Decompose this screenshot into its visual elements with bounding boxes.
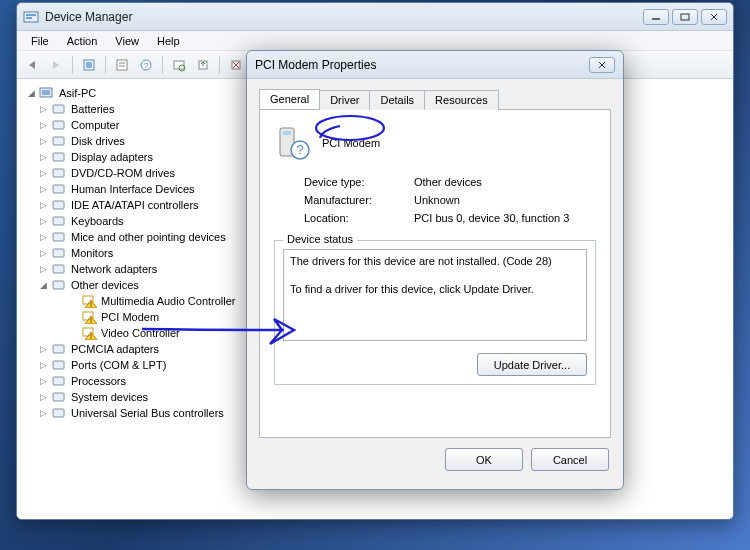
svg-rect-2: [26, 17, 32, 19]
expander-icon[interactable]: ◢: [37, 278, 49, 293]
svg-rect-24: [42, 90, 50, 95]
tree-node-label: Monitors: [69, 246, 113, 261]
expander-icon[interactable]: ▷: [37, 358, 49, 373]
devtype-value: Other devices: [414, 176, 596, 188]
menu-action[interactable]: Action: [59, 33, 106, 49]
loc-value: PCI bus 0, device 30, function 3: [414, 212, 596, 224]
svg-rect-4: [681, 14, 689, 20]
category-icon: [51, 390, 67, 404]
tree-child-label: Video Controller: [99, 326, 180, 341]
category-icon: [51, 102, 67, 116]
svg-rect-8: [86, 62, 92, 68]
device-status-text[interactable]: [283, 249, 587, 341]
svg-rect-45: [53, 377, 64, 385]
tree-node-label: Display adapters: [69, 150, 153, 165]
tree-node-label: Ports (COM & LPT): [69, 358, 166, 373]
tree-node-label: Human Interface Devices: [69, 182, 195, 197]
category-icon: [51, 166, 67, 180]
expander-icon[interactable]: ▷: [37, 134, 49, 149]
expander-icon[interactable]: ▷: [37, 150, 49, 165]
tabstrip: General Driver Details Resources: [259, 89, 611, 110]
forward-button[interactable]: [45, 54, 67, 76]
svg-rect-30: [53, 185, 64, 193]
device-icon: ?: [274, 124, 312, 162]
svg-rect-28: [53, 153, 64, 161]
cancel-button[interactable]: Cancel: [531, 448, 609, 471]
svg-rect-9: [117, 60, 127, 70]
tab-resources[interactable]: Resources: [424, 90, 499, 110]
minimize-button[interactable]: [643, 9, 669, 25]
properties-button[interactable]: [111, 54, 133, 76]
expander-icon[interactable]: ▷: [37, 230, 49, 245]
update-driver-button[interactable]: [192, 54, 214, 76]
uninstall-button[interactable]: [225, 54, 247, 76]
tree-node-label: Mice and other pointing devices: [69, 230, 226, 245]
maximize-button[interactable]: [672, 9, 698, 25]
svg-rect-31: [53, 201, 64, 209]
category-icon: [51, 246, 67, 260]
category-icon: [51, 230, 67, 244]
svg-rect-26: [53, 121, 64, 129]
menu-view[interactable]: View: [107, 33, 147, 49]
svg-rect-35: [53, 265, 64, 273]
svg-rect-43: [53, 345, 64, 353]
mfr-label: Manufacturer:: [304, 194, 414, 206]
menu-file[interactable]: File: [23, 33, 57, 49]
svg-rect-27: [53, 137, 64, 145]
update-driver-button[interactable]: Update Driver...: [477, 353, 587, 376]
expander-icon[interactable]: ▷: [37, 182, 49, 197]
ok-button[interactable]: OK: [445, 448, 523, 471]
tree-node-label: Batteries: [69, 102, 114, 117]
back-button[interactable]: [21, 54, 43, 76]
tab-general[interactable]: General: [259, 89, 320, 109]
close-button[interactable]: [701, 9, 727, 25]
device-warn-icon: !: [81, 310, 97, 324]
tab-details[interactable]: Details: [369, 90, 425, 110]
expander-icon[interactable]: ▷: [37, 342, 49, 357]
tab-page-general: ? PCI Modem Device type: Other devices M…: [259, 110, 611, 438]
expander-icon[interactable]: ▷: [37, 406, 49, 421]
expander-icon[interactable]: ▷: [37, 118, 49, 133]
expander-icon[interactable]: ▷: [37, 390, 49, 405]
tree-root-label: Asif-PC: [57, 86, 96, 101]
titlebar[interactable]: Device Manager: [17, 3, 733, 31]
show-hidden-button[interactable]: [78, 54, 100, 76]
svg-rect-47: [53, 409, 64, 417]
menubar: File Action View Help: [17, 31, 733, 51]
category-icon: [51, 278, 67, 292]
device-name: PCI Modem: [322, 137, 380, 149]
svg-rect-32: [53, 217, 64, 225]
devtype-label: Device type:: [304, 176, 414, 188]
help-button[interactable]: ?: [135, 54, 157, 76]
category-icon: [51, 134, 67, 148]
menu-help[interactable]: Help: [149, 33, 188, 49]
tree-node-label: System devices: [69, 390, 148, 405]
tree-node-label: Processors: [69, 374, 126, 389]
svg-text:?: ?: [144, 61, 149, 70]
svg-rect-36: [53, 281, 64, 289]
tab-driver[interactable]: Driver: [319, 90, 370, 110]
svg-text:?: ?: [296, 142, 303, 157]
svg-text:!: !: [90, 333, 92, 340]
category-icon: [51, 342, 67, 356]
dialog-close-button[interactable]: [589, 57, 615, 73]
svg-text:!: !: [90, 317, 92, 324]
scan-button[interactable]: [168, 54, 190, 76]
svg-text:!: !: [90, 301, 92, 308]
expander-icon[interactable]: ▷: [37, 374, 49, 389]
expander-icon[interactable]: ▷: [37, 214, 49, 229]
expander-icon[interactable]: ▷: [37, 262, 49, 277]
expander-icon[interactable]: ▷: [37, 102, 49, 117]
device-warn-icon: !: [81, 326, 97, 340]
expander-icon[interactable]: ▷: [37, 166, 49, 181]
dialog-titlebar[interactable]: PCI Modem Properties: [247, 51, 623, 79]
dialog-title: PCI Modem Properties: [255, 58, 589, 72]
tree-node-label: PCMCIA adapters: [69, 342, 159, 357]
svg-rect-44: [53, 361, 64, 369]
svg-rect-33: [53, 233, 64, 241]
category-icon: [51, 150, 67, 164]
tree-child-label: PCI Modem: [99, 310, 159, 325]
expander-icon[interactable]: ▷: [37, 198, 49, 213]
tree-node-label: Keyboards: [69, 214, 124, 229]
expander-icon[interactable]: ▷: [37, 246, 49, 261]
